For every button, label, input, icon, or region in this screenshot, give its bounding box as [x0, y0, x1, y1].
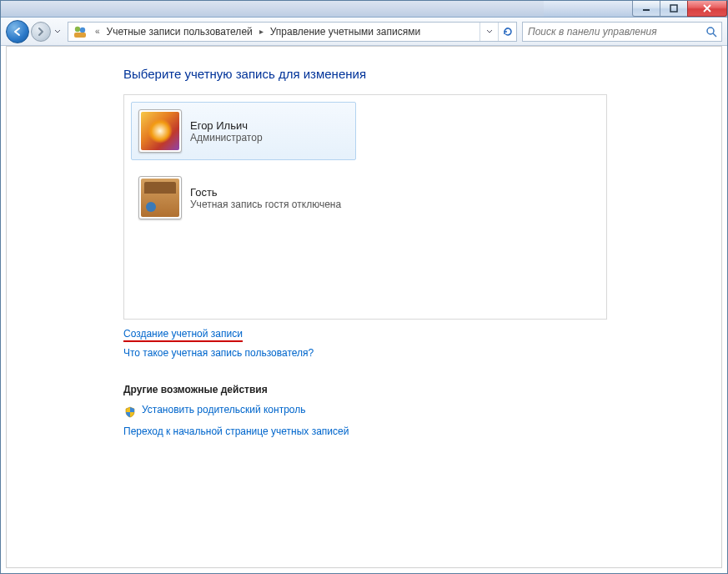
- svg-point-3: [80, 27, 85, 32]
- user-accounts-icon: [72, 23, 88, 40]
- control-panel-window: « Учетные записи пользователей ▸ Управле…: [0, 0, 728, 574]
- svg-rect-4: [74, 33, 86, 38]
- account-text: Егор Ильич Администратор: [190, 119, 263, 144]
- svg-point-2: [75, 26, 80, 31]
- breadcrumb-chevron-icon: «: [92, 27, 103, 36]
- svg-rect-1: [670, 5, 677, 12]
- account-name: Егор Ильич: [190, 119, 263, 132]
- breadcrumb[interactable]: « Учетные записи пользователей ▸ Управле…: [68, 22, 517, 42]
- avatar: [138, 176, 182, 219]
- account-role: Администратор: [190, 132, 263, 144]
- svg-line-6: [713, 33, 716, 37]
- titlebar: [1, 1, 727, 18]
- account-item[interactable]: Егор Ильич Администратор: [131, 102, 356, 160]
- search-icon[interactable]: [705, 25, 718, 38]
- accounts-home-link[interactable]: Переход к начальной странице учетных зап…: [123, 425, 349, 437]
- titlebar-blur: [1, 1, 544, 17]
- content-area: Выберите учетную запись для изменения Ег…: [6, 46, 722, 568]
- navbar: « Учетные записи пользователей ▸ Управле…: [1, 18, 727, 46]
- action-row: Установить родительский контроль: [123, 404, 607, 420]
- links-block: Создание учетной записи Что такое учетна…: [123, 328, 607, 364]
- nav-back-button[interactable]: [6, 20, 29, 43]
- nav-history-dropdown[interactable]: [53, 22, 63, 42]
- breadcrumb-level2[interactable]: Управление учетными записями: [267, 26, 424, 38]
- minimize-button[interactable]: [632, 1, 660, 17]
- window-controls: [633, 1, 727, 17]
- search-box[interactable]: [522, 22, 722, 42]
- what-is-account-link[interactable]: Что такое учетная запись пользователя?: [123, 347, 314, 359]
- account-text: Гость Учетная запись гостя отключена: [190, 186, 341, 210]
- accounts-list: Егор Ильич Администратор Гость Учетная з…: [123, 94, 607, 320]
- breadcrumb-level1[interactable]: Учетные записи пользователей: [103, 26, 256, 38]
- breadcrumb-arrow-icon: ▸: [256, 27, 267, 36]
- search-input[interactable]: [526, 25, 705, 38]
- other-actions-title: Другие возможные действия: [123, 384, 607, 395]
- maximize-button[interactable]: [660, 1, 688, 17]
- create-account-link[interactable]: Создание учетной записи: [123, 328, 243, 342]
- svg-rect-0: [643, 9, 650, 11]
- refresh-button[interactable]: [498, 23, 516, 41]
- shield-icon: [123, 405, 137, 419]
- close-button[interactable]: [687, 1, 727, 17]
- svg-point-5: [707, 28, 714, 34]
- avatar: [138, 109, 182, 153]
- account-name: Гость: [190, 186, 341, 199]
- account-role: Учетная запись гостя отключена: [190, 199, 341, 210]
- breadcrumb-dropdown[interactable]: [479, 23, 498, 41]
- action-row: Переход к начальной странице учетных зап…: [123, 425, 607, 442]
- parental-control-link[interactable]: Установить родительский контроль: [142, 404, 306, 415]
- content-inner: Выберите учетную запись для изменения Ег…: [123, 47, 607, 442]
- page-title: Выберите учетную запись для изменения: [123, 67, 607, 81]
- nav-forward-button[interactable]: [31, 22, 51, 42]
- account-item[interactable]: Гость Учетная запись гостя отключена: [131, 169, 356, 227]
